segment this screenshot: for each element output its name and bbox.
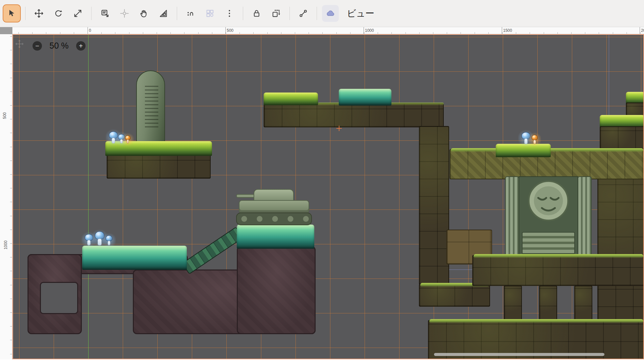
statue-pillar-left (505, 176, 519, 256)
mushroom-sprite[interactable] (532, 135, 538, 144)
grass-platform[interactable] (626, 92, 644, 104)
ellipsis-icon (225, 9, 234, 18)
move-tool-button[interactable] (31, 5, 47, 22)
ruler-major-tick (364, 27, 364, 34)
grass-platform[interactable] (600, 115, 644, 128)
ruler-major-tick (502, 27, 502, 34)
select-tool-button[interactable] (3, 5, 20, 22)
statue-pillar-right (578, 176, 592, 256)
layer-select-icon (100, 9, 110, 18)
cloud-icon (326, 9, 335, 18)
ruin-pillar[interactable] (504, 286, 522, 324)
ruler-label: 1000 (3, 241, 8, 250)
teal-grass-platform[interactable] (82, 246, 187, 270)
origin-axis-line (88, 35, 89, 359)
mushroom-stem (127, 139, 129, 143)
canvas-viewport[interactable]: − 50 % + (12, 34, 644, 359)
zoom-control: − 50 % + (33, 41, 86, 51)
layer-select-tool-button[interactable] (97, 5, 113, 22)
ruler-label: 500 (2, 112, 7, 119)
statue-panel (519, 176, 578, 256)
link-tool-button[interactable] (295, 5, 312, 22)
snap-dots-icon (186, 9, 195, 18)
hand-icon (139, 9, 149, 18)
scale-tool-button[interactable] (69, 5, 86, 22)
grid-magnet-icon (205, 9, 215, 18)
teal-grass-mound[interactable] (339, 89, 391, 106)
crosshair-move-icon (120, 9, 129, 18)
ruler-label: 500 (227, 28, 233, 33)
view-menu-button[interactable]: ビュー (341, 5, 380, 22)
ruler-corner (0, 27, 12, 34)
monolith-sprite[interactable] (136, 70, 165, 152)
platform-tiles[interactable] (107, 153, 211, 179)
bone-link-icon (299, 9, 308, 18)
workspace: 0 500 1000 1500 2000 500 1000 (0, 27, 644, 362)
ruler-major-tick (88, 27, 88, 34)
toolbar-separator (25, 7, 25, 20)
pan-tool-button[interactable] (136, 5, 152, 22)
statue-face (527, 179, 570, 223)
mushroom-stem (87, 240, 91, 245)
toolbar-separator (243, 7, 243, 20)
ruler-label: 2000 (641, 28, 644, 33)
statue-pedestal (522, 232, 575, 254)
toolbar-separator (177, 7, 177, 20)
tank-hull (239, 200, 309, 214)
mushroom-sprite[interactable] (125, 135, 130, 143)
scale-diagonal-icon (73, 9, 83, 18)
ruin-beam[interactable] (472, 255, 644, 286)
lock-tool-button[interactable] (248, 5, 265, 22)
teal-grass-platform[interactable] (237, 225, 314, 249)
ruin-pillar[interactable] (539, 286, 557, 324)
cloud-tool-button[interactable] (322, 5, 339, 22)
grass-platform[interactable] (264, 93, 318, 105)
transform-grid-icon (271, 9, 281, 18)
ruler-major-tick (225, 27, 226, 34)
grid-snap-tool-button[interactable] (202, 5, 218, 22)
precise-move-tool-button[interactable] (116, 5, 133, 22)
zoom-out-button[interactable]: − (33, 41, 42, 51)
ruler-label: 0 (89, 28, 91, 33)
zoom-level-value: 50 % (47, 41, 71, 51)
platform-tiles[interactable] (600, 126, 644, 149)
set-square-icon (159, 9, 168, 18)
transform-tool-button[interactable] (268, 5, 284, 22)
cave-column[interactable] (237, 246, 316, 334)
origin-cross-marker (336, 126, 342, 131)
lock-icon (252, 9, 261, 18)
tank-sprite[interactable] (236, 189, 312, 225)
measure-tool-button[interactable] (155, 5, 172, 22)
toolbar-separator (91, 7, 92, 20)
toolbar-separator (317, 7, 317, 20)
mushroom-stem (108, 241, 110, 245)
horizontal-ruler[interactable]: 0 500 1000 1500 2000 (12, 27, 644, 34)
horizontal-scrollbar[interactable] (434, 353, 604, 356)
toolbar: ビュー (0, 0, 644, 27)
mushroom-stem (533, 140, 536, 144)
cursor-arrow-icon (7, 9, 16, 18)
vertical-ruler[interactable]: 500 1000 (0, 34, 12, 359)
tank-track (236, 213, 312, 225)
toolbar-separator (289, 7, 290, 20)
mushroom-cap (106, 235, 112, 241)
ruler-major-tick (640, 27, 640, 34)
monolith-carvings (145, 86, 158, 129)
view-menu-label: ビュー (347, 7, 374, 19)
cave-hole (40, 282, 78, 314)
snap-tool-button[interactable] (182, 5, 199, 22)
mushroom-cap (532, 135, 538, 140)
mushroom-sprite[interactable] (106, 235, 112, 245)
tile-column[interactable] (419, 126, 449, 285)
tile-foot-block[interactable] (419, 284, 490, 307)
rotate-icon (54, 9, 63, 18)
rotate-tool-button[interactable] (50, 5, 67, 22)
statue-sprite[interactable] (505, 176, 592, 256)
platform-tiles[interactable] (264, 103, 444, 127)
mushroom-stem (524, 138, 528, 144)
ruin-pillar[interactable] (574, 286, 592, 324)
ruler-label: 1500 (503, 28, 512, 33)
mushroom-stem (98, 239, 101, 245)
more-options-button[interactable] (221, 5, 238, 22)
zoom-in-button[interactable]: + (76, 41, 86, 51)
